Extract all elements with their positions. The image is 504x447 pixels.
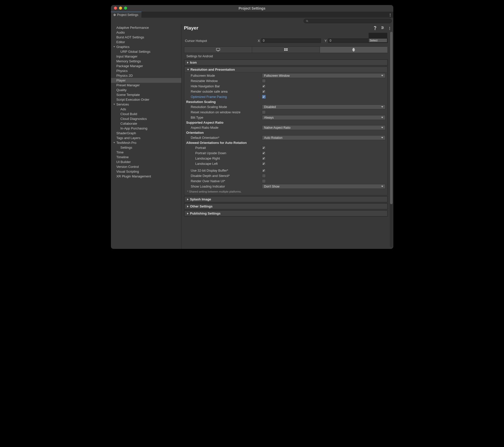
sidebar-item-label: Player bbox=[116, 78, 126, 83]
res-scaling-mode-select[interactable]: Disabled bbox=[262, 104, 386, 109]
land-r-checkbox[interactable] bbox=[262, 156, 266, 160]
opt-frame-pacing-label: Optimized Frame Pacing bbox=[186, 95, 262, 99]
sidebar-item-adaptive-performance[interactable]: Adaptive Performance bbox=[111, 25, 181, 30]
portrait-checkbox[interactable] bbox=[262, 146, 266, 150]
sidebar-item-package-manager[interactable]: Package Manager bbox=[111, 64, 181, 68]
sidebar-item-label: Settings bbox=[121, 145, 132, 150]
sidebar-item-shadergraph[interactable]: ShaderGraph bbox=[111, 131, 181, 136]
preset-icon[interactable] bbox=[381, 26, 384, 30]
portrait-ud-checkbox[interactable] bbox=[262, 151, 266, 155]
aspect-head: Supported Aspect Ratio bbox=[186, 120, 386, 125]
loading-ind-label: Show Loading Indicator bbox=[186, 185, 262, 188]
sidebar-item-physics[interactable]: Physics bbox=[111, 68, 181, 73]
sidebar-item-collaborate[interactable]: Collaborate bbox=[111, 121, 181, 126]
context-menu-icon[interactable]: ⋮ bbox=[388, 26, 391, 30]
sidebar-item-services[interactable]: Services bbox=[111, 102, 181, 107]
sidebar-item-urp-global-settings[interactable]: URP Global Settings bbox=[111, 49, 181, 54]
cursor-x-input[interactable] bbox=[261, 38, 321, 43]
sidebar-item-ads[interactable]: Ads bbox=[111, 107, 181, 112]
panel-icon-header[interactable]: Icon bbox=[184, 60, 388, 65]
sidebar-item-audio[interactable]: Audio bbox=[111, 30, 181, 35]
tab-overflow-menu[interactable]: ⋮ bbox=[389, 13, 393, 17]
sidebar-item-cloud-build[interactable]: Cloud Build bbox=[111, 112, 181, 116]
land-l-checkbox[interactable] bbox=[262, 162, 266, 166]
sidebar-item-graphics[interactable]: Graphics bbox=[111, 44, 181, 49]
svg-rect-11 bbox=[284, 48, 286, 49]
sidebar-item-cloud-diagnostics[interactable]: Cloud Diagnostics bbox=[111, 116, 181, 121]
select-button-label: Select bbox=[369, 39, 387, 42]
cursor-x-label: X bbox=[257, 39, 261, 43]
scrollbar-thumb[interactable] bbox=[390, 32, 393, 204]
sidebar-item-label: Services bbox=[116, 102, 129, 107]
sidebar-item-version-control[interactable]: Version Control bbox=[111, 164, 181, 169]
sidebar-item-xr-plugin-management[interactable]: XR Plugin Management bbox=[111, 174, 181, 179]
sidebar-item-time[interactable]: Time bbox=[111, 150, 181, 155]
titlebar: Project Settings bbox=[111, 5, 393, 12]
chevron-right-icon bbox=[187, 205, 189, 207]
aspect-mode-select[interactable]: Native Aspect Ratio bbox=[262, 125, 386, 130]
fullscreen-mode-label: Fullscreen Mode bbox=[186, 74, 262, 77]
sidebar-item-editor[interactable]: Editor bbox=[111, 40, 181, 44]
cursor-hotspot-label: Cursor Hotspot bbox=[184, 39, 257, 43]
help-icon[interactable]: ❔ bbox=[373, 26, 377, 30]
allowed-orient-head: Allowed Orientations for Auto Rotation bbox=[186, 140, 386, 145]
close-window-button[interactable] bbox=[114, 7, 117, 10]
sidebar-item-textmesh-pro[interactable]: TextMesh Pro bbox=[111, 140, 181, 145]
res-scaling-mode-label: Resolution Scaling Mode bbox=[186, 105, 262, 109]
tab-project-settings[interactable]: Project Settings bbox=[111, 12, 141, 18]
sidebar-item-settings[interactable]: Settings bbox=[111, 145, 181, 150]
sidebar-item-physics-2d[interactable]: Physics 2D bbox=[111, 73, 181, 78]
disable-depth-checkbox[interactable] bbox=[262, 174, 266, 178]
sidebar-item-burst-aot-settings[interactable]: Burst AOT Settings bbox=[111, 35, 181, 40]
land-r-label: Landscape Right bbox=[186, 156, 262, 160]
svg-rect-8 bbox=[216, 48, 220, 50]
reset-res-checkbox[interactable] bbox=[262, 110, 266, 114]
render-outside-checkbox[interactable] bbox=[262, 90, 266, 93]
sidebar-item-label: Adaptive Performance bbox=[116, 25, 149, 30]
panel-splash-header[interactable]: Splash Image bbox=[184, 196, 388, 202]
sidebar-item-label: Editor bbox=[116, 40, 125, 44]
sidebar-item-timeline[interactable]: Timeline bbox=[111, 155, 181, 160]
opt-frame-pacing-checkbox[interactable] bbox=[262, 95, 266, 99]
hide-nav-checkbox[interactable] bbox=[262, 84, 266, 88]
minimize-window-button[interactable] bbox=[119, 7, 122, 10]
sidebar-item-tags-and-layers[interactable]: Tags and Layers bbox=[111, 136, 181, 140]
loading-ind-select[interactable]: Don't Show bbox=[262, 184, 386, 189]
maximize-window-button[interactable] bbox=[124, 7, 127, 10]
render-native-checkbox[interactable] bbox=[262, 179, 266, 183]
sidebar-item-scene-template[interactable]: Scene Template bbox=[111, 92, 181, 97]
default-orient-select[interactable]: Auto Rotation bbox=[262, 135, 386, 140]
svg-line-1 bbox=[307, 21, 308, 22]
sidebar-item-label: Audio bbox=[116, 30, 125, 35]
search-row bbox=[111, 18, 393, 24]
sidebar-item-preset-manager[interactable]: Preset Manager bbox=[111, 83, 181, 88]
settings-for-label: Settings for Android bbox=[184, 53, 388, 59]
sidebar-item-label: Input Manager bbox=[116, 54, 138, 59]
cursor-texture-picker[interactable]: Select bbox=[369, 33, 387, 42]
android-icon bbox=[352, 48, 355, 52]
panel-resolution-header[interactable]: Resolution and Presentation bbox=[184, 67, 388, 72]
fullscreen-mode-select[interactable]: Fullscreen Window bbox=[262, 73, 386, 78]
sidebar-item-quality[interactable]: Quality bbox=[111, 88, 181, 92]
use32-checkbox[interactable] bbox=[262, 169, 266, 172]
sidebar-item-player[interactable]: Player bbox=[111, 78, 181, 83]
sidebar-item-visual-scripting[interactable]: Visual Scripting bbox=[111, 169, 181, 174]
platform-tab-desktop[interactable] bbox=[184, 47, 252, 53]
chevron-right-icon bbox=[187, 62, 189, 64]
svg-rect-12 bbox=[286, 48, 287, 49]
sidebar-item-in-app-purchasing[interactable]: In-App Purchasing bbox=[111, 126, 181, 131]
panel-other-header[interactable]: Other Settings bbox=[184, 203, 388, 209]
panel-publish-header[interactable]: Publishing Settings bbox=[184, 211, 388, 216]
search-input[interactable] bbox=[304, 19, 392, 23]
resizable-window-checkbox[interactable] bbox=[262, 79, 266, 83]
sidebar-item-input-manager[interactable]: Input Manager bbox=[111, 54, 181, 59]
panel-icon-title: Icon bbox=[190, 61, 197, 64]
sidebar-item-memory-settings[interactable]: Memory Settings bbox=[111, 59, 181, 64]
blit-type-select[interactable]: Always bbox=[262, 115, 386, 120]
sidebar-item-ui-builder[interactable]: UI Builder bbox=[111, 160, 181, 164]
platform-tab-android[interactable] bbox=[320, 47, 388, 53]
chevron-down-icon bbox=[113, 142, 115, 143]
platform-tab-server[interactable] bbox=[252, 47, 320, 53]
sidebar-item-script-execution-order[interactable]: Script Execution Order bbox=[111, 97, 181, 102]
scrollbar[interactable] bbox=[390, 32, 393, 247]
